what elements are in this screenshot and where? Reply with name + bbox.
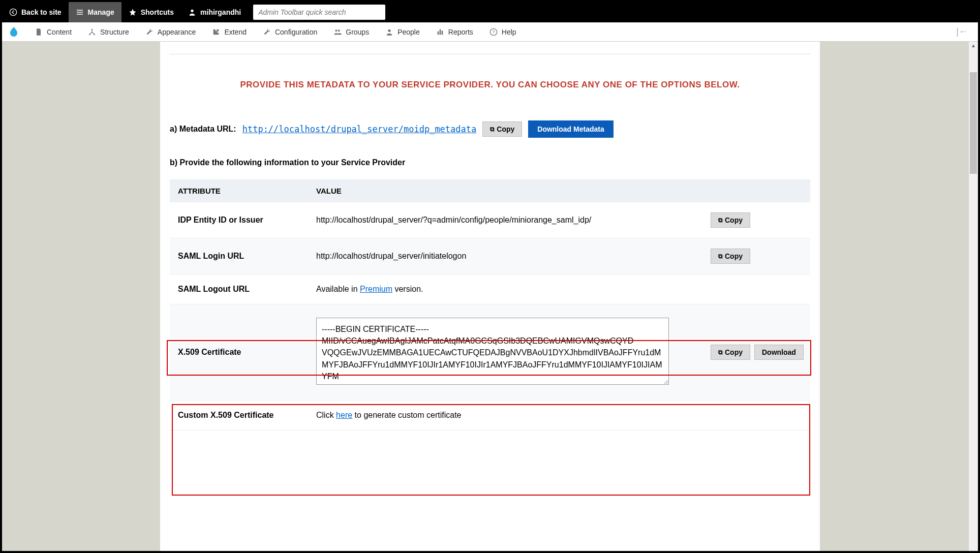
structure-icon [88, 28, 96, 36]
metadata-url-row: a) Metadata URL: http://localhost/drupal… [170, 120, 810, 138]
saml-login-label: SAML Login URL [178, 252, 316, 261]
admin-content-label: Content [47, 28, 72, 36]
page-container: PROVIDE THIS METADATA TO YOUR SERVICE PR… [160, 42, 820, 551]
admin-content-link[interactable]: Content [26, 22, 80, 42]
admin-groups-label: Groups [346, 28, 369, 36]
custom-cert-value: Click here to generate custom certificat… [316, 411, 711, 420]
svg-point-6 [338, 29, 340, 32]
generate-cert-link[interactable]: here [336, 411, 352, 419]
scrollbar-up-icon[interactable]: ▲ [971, 43, 976, 48]
logout-suffix: version. [392, 285, 423, 293]
saml-login-value: http://localhost/drupal_server/initiatel… [316, 252, 711, 261]
admin-appearance-label: Appearance [158, 28, 196, 36]
help-icon: ? [489, 28, 498, 36]
puzzle-icon [212, 28, 220, 36]
idp-entity-value: http://localhost/drupal_server/?q=admin/… [316, 216, 711, 225]
custom-cert-label: Custom X.509 Certificate [178, 411, 316, 420]
x509-cert-value-wrap [316, 318, 711, 387]
custom-prefix: Click [316, 411, 336, 419]
toolbar-search-wrap [253, 5, 385, 20]
x509-cert-textarea[interactable] [316, 318, 669, 385]
svg-rect-8 [437, 31, 439, 35]
admin-reports-label: Reports [448, 28, 473, 36]
copy-idp-entity-button[interactable]: ⧉Copy [711, 212, 750, 228]
wrench2-icon [263, 28, 271, 36]
admin-groups-link[interactable]: Groups [325, 22, 377, 42]
copy-icon: ⧉ [718, 349, 723, 356]
x509-cert-label: X.509 Certificate [178, 348, 316, 357]
sp-info-table: ATTRIBUTE VALUE IDP Entity ID or Issuer … [170, 179, 810, 431]
premium-link[interactable]: Premium [360, 285, 392, 293]
admin-help-link[interactable]: ?Help [481, 22, 525, 42]
idp-entity-label: IDP Entity ID or Issuer [178, 216, 316, 225]
copy-cert-label: Copy [725, 348, 743, 356]
groups-icon [333, 28, 342, 36]
admin-appearance-link[interactable]: Appearance [137, 22, 204, 42]
svg-point-2 [91, 29, 93, 30]
metadata-content: a) Metadata URL: http://localhost/drupal… [170, 120, 810, 431]
top-toolbar: Back to site Manage Shortcuts mihirgandh… [2, 2, 978, 22]
admin-configuration-link[interactable]: Configuration [255, 22, 325, 42]
copy-saml-login-button[interactable]: ⧉Copy [711, 249, 750, 264]
admin-structure-link[interactable]: Structure [80, 22, 137, 42]
row-custom-cert: Custom X.509 Certificate Click here to g… [170, 401, 810, 431]
download-metadata-button[interactable]: Download Metadata [528, 120, 613, 138]
manage-label: Manage [88, 8, 114, 16]
row-x509-cert: X.509 Certificate ⧉Copy Download [170, 304, 810, 401]
back-to-site-link[interactable]: Back to site [2, 2, 69, 22]
copy-metadata-url-label: Copy [497, 125, 514, 133]
saml-logout-value: Available in Premium version. [316, 285, 711, 294]
scrollbar[interactable]: ▲ [969, 42, 978, 551]
copy-icon: ⧉ [718, 217, 723, 224]
copy-cert-button[interactable]: ⧉Copy [711, 345, 750, 360]
back-to-site-label: Back to site [21, 8, 62, 16]
custom-suffix: to generate custom certificate [352, 411, 461, 419]
copy-metadata-url-button[interactable]: ⧉Copy [482, 121, 522, 137]
admin-configuration-label: Configuration [275, 28, 317, 36]
metadata-instruction: PROVIDE THIS METADATA TO YOUR SERVICE PR… [160, 80, 820, 90]
bar-chart-icon [436, 28, 444, 36]
shortcuts-label: Shortcuts [141, 8, 174, 16]
file-icon [35, 28, 43, 36]
shortcuts-link[interactable]: Shortcuts [121, 2, 181, 22]
table-header: ATTRIBUTE VALUE [170, 179, 810, 202]
sp-info-title: b) Provide the following information to … [170, 158, 810, 167]
admin-reports-link[interactable]: Reports [428, 22, 481, 42]
row-idp-entity: IDP Entity ID or Issuer http://localhost… [170, 202, 810, 238]
admin-extend-label: Extend [224, 28, 247, 36]
metadata-url-label: a) Metadata URL: [170, 125, 236, 134]
th-value: VALUE [316, 187, 802, 195]
admin-people-link[interactable]: People [377, 22, 428, 42]
svg-point-0 [10, 9, 16, 15]
download-cert-button[interactable]: Download [754, 345, 804, 360]
copy-icon: ⧉ [490, 126, 495, 133]
svg-point-1 [191, 10, 193, 12]
wrench-icon [145, 28, 154, 36]
svg-point-5 [335, 29, 338, 32]
admin-extend-link[interactable]: Extend [204, 22, 255, 42]
row-saml-login: SAML Login URL http://localhost/drupal_s… [170, 238, 810, 274]
toolbar-search-input[interactable] [253, 5, 385, 20]
people-icon [385, 28, 393, 36]
metadata-url-link[interactable]: http://localhost/drupal_server/moidp_met… [242, 124, 477, 134]
saml-logout-label: SAML Logout URL [178, 285, 316, 294]
th-attribute: ATTRIBUTE [178, 187, 316, 195]
user-icon [188, 8, 196, 16]
scrollbar-thumb[interactable] [970, 72, 977, 174]
copy-idp-label: Copy [725, 216, 743, 224]
manage-link[interactable]: Manage [69, 2, 121, 22]
svg-rect-9 [439, 29, 441, 35]
copy-login-label: Copy [725, 252, 743, 260]
back-arrow-icon [9, 8, 17, 16]
svg-point-7 [388, 29, 391, 32]
divider [170, 54, 810, 54]
row-saml-logout: SAML Logout URL Available in Premium ver… [170, 274, 810, 304]
page-background: ▲ PROVIDE THIS METADATA TO YOUR SERVICE … [2, 42, 978, 551]
user-link[interactable]: mihirgandhi [181, 2, 248, 22]
collapse-toolbar-icon[interactable]: |← [956, 26, 978, 37]
drupal-logo-icon[interactable] [6, 24, 21, 40]
svg-text:?: ? [492, 29, 495, 35]
admin-people-label: People [397, 28, 420, 36]
admin-help-label: Help [502, 28, 516, 36]
user-label: mihirgandhi [200, 8, 241, 16]
